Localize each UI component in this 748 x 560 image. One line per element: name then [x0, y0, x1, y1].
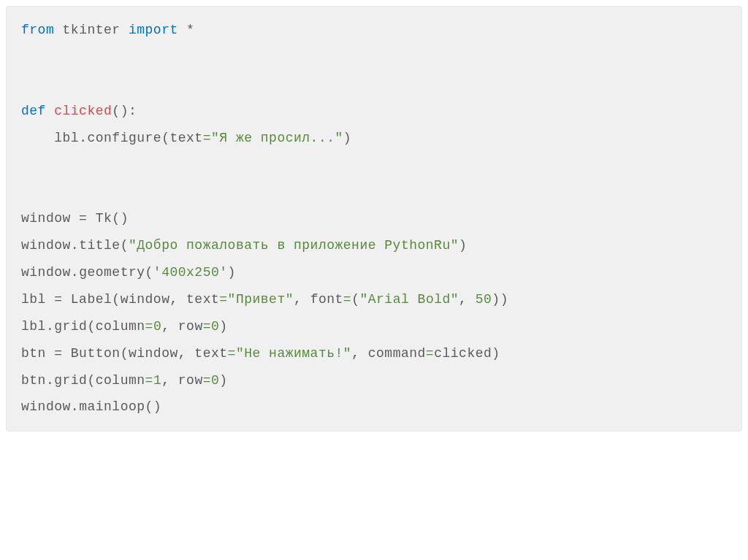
identifier: window [129, 346, 178, 361]
comma: , [178, 346, 195, 361]
paren: ( [112, 292, 120, 307]
keyword-import: import [129, 23, 178, 37]
number: 0 [211, 319, 219, 334]
class: Button [71, 346, 121, 361]
string: "Arial Bold" [359, 292, 459, 307]
paren: ) [121, 104, 129, 118]
paren: ) [459, 238, 467, 253]
keyword-from: from [21, 23, 54, 37]
identifier: window [21, 238, 71, 253]
star: * [186, 23, 194, 37]
string: "Не нажимать!" [236, 346, 351, 361]
code-line: lbl.configure(text="Я же просил...") [21, 131, 351, 145]
kwarg: font [310, 292, 343, 307]
code-line: window.title("Добро пожаловать в приложе… [21, 238, 467, 253]
method: grid [54, 373, 87, 388]
string: "Привет" [228, 292, 294, 307]
paren: ( [145, 399, 153, 414]
method: configure [87, 131, 161, 145]
paren: ( [121, 346, 129, 361]
number: 1 [153, 373, 161, 388]
string: '400x250' [153, 265, 228, 280]
paren: ( [145, 265, 153, 280]
string: "Я же просил..." [211, 131, 343, 145]
kwarg: text [194, 346, 227, 361]
string: "Добро пожаловать в приложение PythonRu" [129, 238, 459, 253]
identifier: window [21, 399, 71, 414]
comma: , [161, 319, 178, 334]
keyword-def: def [21, 104, 46, 118]
method: grid [54, 319, 87, 334]
code-line: lbl = Label(window, text="Привет", font=… [21, 292, 508, 307]
identifier: clicked [434, 346, 492, 361]
method: mainloop [79, 399, 145, 414]
identifier: btn [21, 346, 46, 361]
number: 0 [211, 373, 219, 388]
identifier: btn [21, 373, 46, 388]
equals: = [145, 319, 153, 334]
dot: . [71, 399, 79, 414]
dot: . [71, 238, 79, 253]
identifier: window [121, 292, 170, 307]
kwarg: column [96, 319, 145, 334]
function-name: clicked [54, 104, 112, 118]
dot: . [71, 265, 79, 280]
paren: ( [161, 131, 169, 145]
paren: ) [343, 131, 351, 145]
assign: = [71, 211, 96, 226]
code-line: lbl.grid(column=0, row=0) [21, 319, 228, 334]
kwarg: text [169, 131, 202, 145]
paren: ) [153, 399, 161, 414]
code-line: window.geometry('400x250') [21, 265, 236, 280]
method: geometry [79, 265, 145, 280]
paren: ( [87, 373, 95, 388]
module-name: tkinter [63, 23, 121, 37]
dot: . [79, 131, 87, 145]
indent [21, 131, 54, 145]
equals: = [343, 292, 351, 307]
code-line: def clicked(): [21, 104, 137, 118]
paren: ) [219, 319, 227, 334]
identifier: lbl [21, 292, 46, 307]
paren: ) [121, 211, 129, 226]
class: Tk [96, 211, 112, 226]
paren: ) [492, 292, 500, 307]
class: Label [71, 292, 112, 307]
identifier: window [21, 211, 71, 226]
equals: = [203, 319, 211, 334]
equals: = [426, 346, 434, 361]
code-block: from tkinter import * def clicked(): lbl… [6, 6, 742, 431]
kwarg: row [178, 319, 203, 334]
equals: = [228, 346, 236, 361]
assign: = [46, 346, 71, 361]
code-line: window = Tk() [21, 211, 129, 226]
paren: ) [228, 265, 236, 280]
kwarg: row [178, 373, 203, 388]
kwarg: column [96, 373, 145, 388]
code-line: btn = Button(window, text="Не нажимать!"… [21, 346, 500, 361]
comma: , [459, 292, 476, 307]
equals: = [219, 292, 227, 307]
comma: , [351, 346, 368, 361]
number: 50 [476, 292, 492, 307]
number: 0 [153, 319, 161, 334]
paren: ( [112, 104, 120, 118]
colon: : [129, 104, 137, 118]
equals: = [203, 373, 211, 388]
paren: ( [87, 319, 95, 334]
paren: ) [219, 373, 227, 388]
identifier: lbl [21, 319, 46, 334]
equals: = [203, 131, 211, 145]
kwarg: text [186, 292, 219, 307]
paren: ) [492, 346, 500, 361]
equals: = [145, 373, 153, 388]
code-line: btn.grid(column=1, row=0) [21, 373, 228, 388]
comma: , [161, 373, 178, 388]
paren: ( [121, 238, 129, 253]
code-line: from tkinter import * [21, 23, 194, 37]
identifier: window [21, 265, 71, 280]
paren: ) [500, 292, 508, 307]
paren: ( [112, 211, 120, 226]
comma: , [169, 292, 186, 307]
method: title [79, 238, 121, 253]
